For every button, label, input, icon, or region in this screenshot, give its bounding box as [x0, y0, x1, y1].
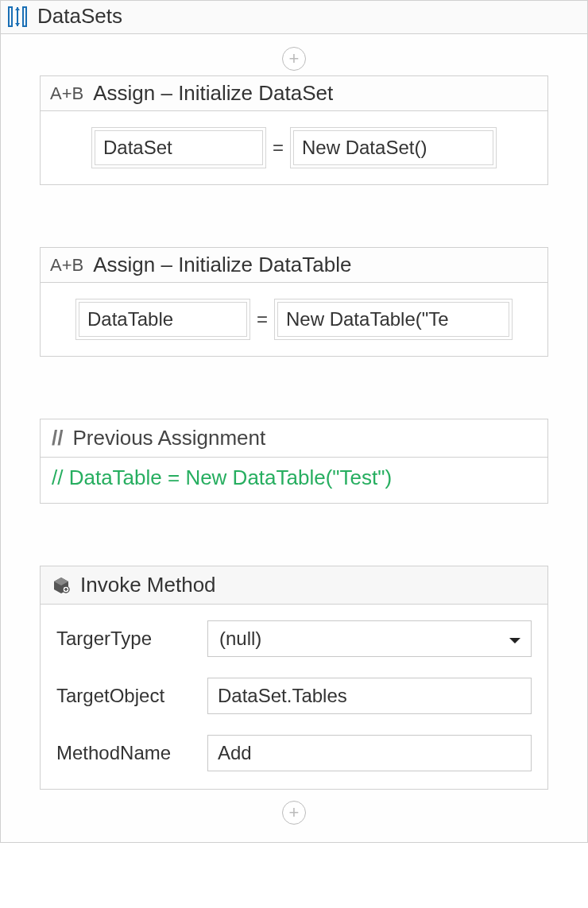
assign-value-input[interactable] — [277, 302, 509, 337]
connector-arrow — [293, 188, 295, 244]
sequence-icon — [6, 5, 29, 29]
sequence-body: + A+B Assign – Initialize DataSet = — [1, 34, 587, 842]
target-type-row: TargerType (null) — [56, 620, 532, 657]
target-object-input[interactable] — [207, 678, 532, 714]
assign-value-input[interactable] — [293, 130, 493, 165]
connector-arrow — [293, 360, 295, 415]
assign-to-wrapper — [75, 299, 250, 340]
activity-title: Invoke Method — [80, 573, 216, 597]
activity-title: Previous Assignment — [72, 426, 265, 450]
method-name-label: MethodName — [56, 742, 207, 764]
invoke-body: TargerType (null) TargetObject — [41, 605, 547, 789]
assign-to-input[interactable] — [95, 130, 263, 165]
sequence-title: DataSets — [37, 4, 122, 29]
assign-row: = — [56, 299, 532, 340]
activity-title: Assign – Initialize DataTable — [93, 253, 351, 277]
assign-prefix: A+B — [50, 83, 83, 104]
cube-icon — [50, 574, 72, 597]
assign-to-wrapper — [91, 127, 266, 168]
assign-activity-initialize-dataset[interactable]: A+B Assign – Initialize DataSet = — [40, 75, 548, 185]
svg-rect-1 — [23, 7, 26, 26]
method-name-row: MethodName — [56, 735, 532, 771]
comment-body: // DataTable = New DataTable("Test") — [41, 458, 547, 503]
target-object-label: TargetObject — [56, 685, 207, 707]
assign-value-wrapper — [274, 299, 513, 340]
target-type-label: TargerType — [56, 628, 207, 650]
add-activity-bottom-button[interactable]: + — [282, 801, 306, 825]
comment-prefix: // — [52, 426, 63, 450]
chevron-down-icon — [509, 628, 521, 650]
activity-body: = — [41, 283, 547, 356]
assign-value-wrapper — [290, 127, 497, 168]
sequence-container[interactable]: DataSets + A+B Assign – Initialize DataS… — [0, 0, 588, 843]
connector-arrow — [293, 507, 295, 562]
activity-body: = — [41, 111, 547, 184]
target-type-combo[interactable]: (null) — [207, 620, 532, 657]
method-name-input[interactable] — [207, 735, 532, 771]
plus-icon: + — [289, 50, 300, 68]
assign-to-input[interactable] — [79, 302, 247, 337]
invoke-method-activity[interactable]: Invoke Method TargerType (null) — [40, 566, 548, 790]
equals-sign: = — [257, 308, 268, 330]
svg-rect-0 — [9, 7, 12, 26]
activity-header[interactable]: A+B Assign – Initialize DataSet — [41, 76, 547, 111]
target-type-value: (null) — [219, 628, 261, 650]
assign-activity-initialize-datatable[interactable]: A+B Assign – Initialize DataTable = — [40, 247, 548, 357]
sequence-header[interactable]: DataSets — [1, 1, 587, 34]
add-activity-top-button[interactable]: + — [282, 47, 306, 71]
equals-sign: = — [273, 137, 284, 159]
plus-icon: + — [289, 804, 300, 821]
activity-title: Assign – Initialize DataSet — [93, 81, 333, 106]
assign-row: = — [56, 127, 532, 168]
assign-prefix: A+B — [50, 255, 83, 276]
target-object-row: TargetObject — [56, 678, 532, 714]
